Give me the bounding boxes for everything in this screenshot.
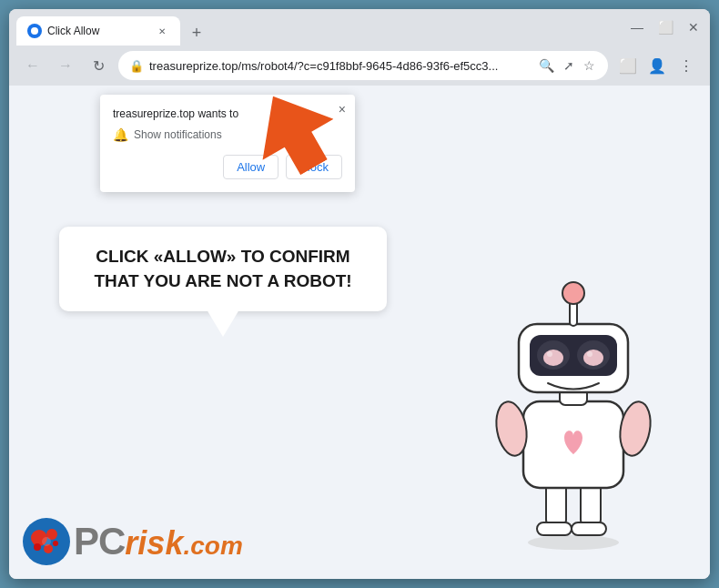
tab-favicon	[27, 24, 42, 38]
forward-icon: →	[58, 57, 73, 74]
menu-button[interactable]: ⋮	[673, 53, 699, 78]
pcrisk-text: PCrisk.com	[74, 520, 243, 563]
content-area: × treasureprize.top wants to 🔔 Show noti…	[9, 86, 710, 579]
close-button[interactable]: ✕	[684, 16, 703, 38]
svg-point-24	[34, 543, 41, 551]
browser-window: Click Allow ✕ + — ⬜ ✕ ← → ↻ 🔒 treasurepr…	[9, 9, 710, 579]
svg-point-19	[562, 282, 584, 304]
search-icon[interactable]: 🔍	[537, 56, 556, 75]
extension-button[interactable]: ⬜	[615, 53, 641, 78]
notification-close-button[interactable]: ×	[339, 102, 346, 117]
robot-illustration	[482, 260, 683, 570]
com-text: .com	[183, 532, 242, 560]
svg-point-17	[587, 351, 592, 357]
url-bar[interactable]: 🔒 treasureprize.top/ms/robot4/?c=c91f8bb…	[118, 51, 608, 80]
reload-icon: ↻	[93, 57, 105, 75]
svg-rect-4	[537, 522, 572, 535]
toolbar-icons: ⬜ 👤 ⋮	[615, 53, 699, 78]
profile-icon: 👤	[648, 57, 666, 75]
title-bar: Click Allow ✕ + — ⬜ ✕	[9, 9, 710, 46]
tab-container: Click Allow ✕ +	[16, 9, 623, 46]
url-text: treasureprize.top/ms/robot4/?c=c91f8bbf-…	[149, 59, 532, 73]
url-icons: 🔍 ➚ ☆	[537, 56, 597, 75]
window-controls: — ⬜ ✕	[627, 16, 703, 38]
back-icon: ←	[25, 57, 40, 74]
active-tab[interactable]: Click Allow ✕	[16, 16, 180, 46]
tab-close-button[interactable]: ✕	[155, 24, 169, 38]
svg-point-26	[42, 537, 51, 546]
svg-point-1	[528, 535, 619, 550]
new-tab-button[interactable]: +	[184, 20, 209, 46]
extension-icon: ⬜	[619, 57, 637, 75]
risk-text: risk	[125, 524, 183, 562]
lock-icon: 🔒	[129, 59, 144, 73]
svg-point-16	[583, 350, 603, 366]
notification-permission-text: Show notifications	[134, 128, 222, 141]
tab-title: Click Allow	[47, 25, 149, 37]
speech-bubble-text: CLICK «ALLOW» TO CONFIRM THAT YOU ARE NO…	[81, 245, 365, 293]
svg-point-14	[547, 351, 552, 357]
pc-text: PC	[74, 520, 125, 563]
pcrisk-logo: PCrisk.com	[23, 518, 243, 565]
restore-button[interactable]: ⬜	[654, 16, 677, 38]
bell-icon: 🔔	[113, 127, 128, 142]
reload-button[interactable]: ↻	[86, 53, 111, 78]
bookmark-icon[interactable]: ☆	[582, 56, 597, 75]
speech-bubble: CLICK «ALLOW» TO CONFIRM THAT YOU ARE NO…	[59, 227, 387, 311]
svg-point-25	[53, 541, 58, 546]
minimize-button[interactable]: —	[627, 16, 647, 38]
back-button[interactable]: ←	[20, 53, 46, 78]
svg-rect-5	[572, 522, 606, 535]
share-icon[interactable]: ➚	[562, 56, 576, 75]
svg-point-13	[543, 350, 563, 366]
profile-button[interactable]: 👤	[644, 53, 670, 78]
menu-icon: ⋮	[679, 57, 694, 75]
address-bar: ← → ↻ 🔒 treasureprize.top/ms/robot4/?c=c…	[9, 46, 710, 86]
forward-button[interactable]: →	[53, 53, 78, 78]
